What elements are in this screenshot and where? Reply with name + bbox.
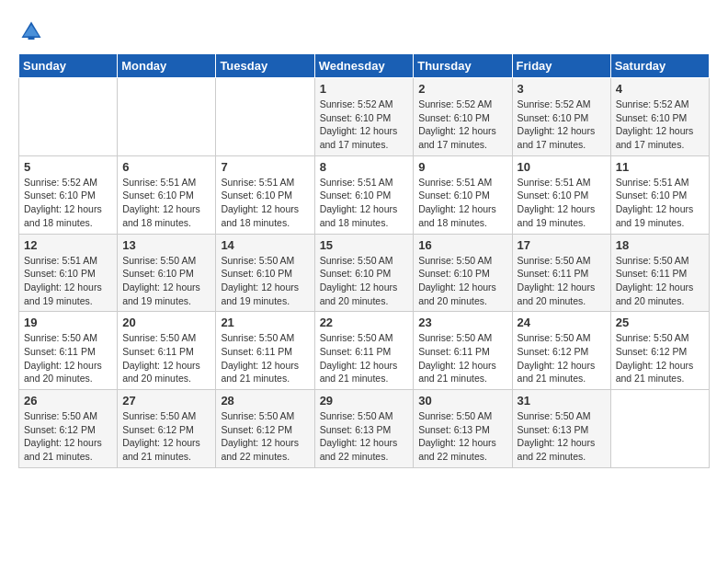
day-number: 30 bbox=[418, 394, 506, 408]
day-info: Sunrise: 5:50 AMSunset: 6:11 PMDaylight:… bbox=[518, 254, 606, 308]
calendar-cell: 4Sunrise: 5:52 AMSunset: 6:10 PMDaylight… bbox=[610, 78, 709, 156]
day-info: Sunrise: 5:52 AMSunset: 6:10 PMDaylight:… bbox=[418, 98, 506, 152]
day-number: 19 bbox=[24, 316, 112, 329]
day-info: Sunrise: 5:50 AMSunset: 6:10 PMDaylight:… bbox=[221, 254, 309, 308]
calendar-cell: 6Sunrise: 5:51 AMSunset: 6:10 PMDaylight… bbox=[118, 155, 216, 234]
day-number: 4 bbox=[616, 82, 704, 96]
day-number: 20 bbox=[122, 316, 210, 329]
day-info: Sunrise: 5:52 AMSunset: 6:10 PMDaylight:… bbox=[320, 98, 409, 152]
day-number: 3 bbox=[518, 82, 606, 96]
logo-icon bbox=[18, 18, 44, 44]
day-number: 14 bbox=[221, 238, 309, 252]
day-number: 25 bbox=[616, 316, 704, 329]
day-info: Sunrise: 5:51 AMSunset: 6:10 PMDaylight:… bbox=[122, 176, 210, 230]
day-number: 22 bbox=[320, 316, 409, 329]
day-number: 15 bbox=[320, 238, 409, 252]
day-number: 18 bbox=[616, 238, 704, 252]
calendar-cell: 22Sunrise: 5:50 AMSunset: 6:11 PMDayligh… bbox=[314, 312, 414, 390]
calendar-cell: 11Sunrise: 5:51 AMSunset: 6:10 PMDayligh… bbox=[610, 155, 709, 234]
calendar-cell: 27Sunrise: 5:50 AMSunset: 6:12 PMDayligh… bbox=[118, 390, 216, 468]
day-number: 16 bbox=[418, 238, 506, 252]
calendar-cell: 1Sunrise: 5:52 AMSunset: 6:10 PMDaylight… bbox=[314, 78, 414, 156]
calendar-week-row: 1Sunrise: 5:52 AMSunset: 6:10 PMDaylight… bbox=[19, 78, 710, 156]
day-number: 28 bbox=[221, 394, 309, 408]
day-number: 29 bbox=[320, 394, 409, 408]
day-info: Sunrise: 5:51 AMSunset: 6:10 PMDaylight:… bbox=[616, 176, 704, 230]
calendar-cell: 8Sunrise: 5:51 AMSunset: 6:10 PMDaylight… bbox=[314, 155, 414, 234]
calendar-cell: 25Sunrise: 5:50 AMSunset: 6:12 PMDayligh… bbox=[610, 312, 709, 390]
calendar-cell bbox=[216, 78, 314, 156]
day-number: 24 bbox=[518, 316, 606, 329]
day-info: Sunrise: 5:50 AMSunset: 6:11 PMDaylight:… bbox=[616, 254, 704, 308]
day-number: 9 bbox=[418, 160, 506, 174]
calendar-cell: 16Sunrise: 5:50 AMSunset: 6:10 PMDayligh… bbox=[414, 234, 512, 312]
day-info: Sunrise: 5:50 AMSunset: 6:10 PMDaylight:… bbox=[122, 254, 210, 308]
calendar-cell: 15Sunrise: 5:50 AMSunset: 6:10 PMDayligh… bbox=[314, 234, 414, 312]
calendar-cell: 24Sunrise: 5:50 AMSunset: 6:12 PMDayligh… bbox=[512, 312, 610, 390]
day-info: Sunrise: 5:52 AMSunset: 6:10 PMDaylight:… bbox=[24, 176, 112, 230]
calendar-cell: 19Sunrise: 5:50 AMSunset: 6:11 PMDayligh… bbox=[19, 312, 118, 390]
day-info: Sunrise: 5:51 AMSunset: 6:10 PMDaylight:… bbox=[320, 176, 409, 230]
calendar-cell: 26Sunrise: 5:50 AMSunset: 6:12 PMDayligh… bbox=[19, 390, 118, 468]
day-number: 31 bbox=[518, 394, 606, 408]
day-number: 8 bbox=[320, 160, 409, 174]
day-info: Sunrise: 5:50 AMSunset: 6:12 PMDaylight:… bbox=[221, 409, 309, 464]
calendar-cell: 29Sunrise: 5:50 AMSunset: 6:13 PMDayligh… bbox=[314, 390, 414, 468]
column-header-tuesday: Tuesday bbox=[216, 54, 314, 78]
day-info: Sunrise: 5:50 AMSunset: 6:13 PMDaylight:… bbox=[518, 409, 606, 464]
day-info: Sunrise: 5:50 AMSunset: 6:11 PMDaylight:… bbox=[122, 331, 210, 385]
calendar-cell bbox=[118, 78, 216, 156]
calendar-table: SundayMondayTuesdayWednesdayThursdayFrid… bbox=[18, 53, 710, 468]
day-number: 26 bbox=[24, 394, 112, 408]
column-header-saturday: Saturday bbox=[610, 54, 709, 78]
day-info: Sunrise: 5:51 AMSunset: 6:10 PMDaylight:… bbox=[418, 176, 506, 230]
logo bbox=[18, 18, 48, 44]
day-info: Sunrise: 5:50 AMSunset: 6:11 PMDaylight:… bbox=[320, 331, 409, 385]
calendar-cell: 21Sunrise: 5:50 AMSunset: 6:11 PMDayligh… bbox=[216, 312, 314, 390]
calendar-cell: 23Sunrise: 5:50 AMSunset: 6:11 PMDayligh… bbox=[414, 312, 512, 390]
calendar-week-row: 26Sunrise: 5:50 AMSunset: 6:12 PMDayligh… bbox=[19, 390, 710, 468]
day-number: 11 bbox=[616, 160, 704, 174]
day-number: 21 bbox=[221, 316, 309, 329]
day-number: 13 bbox=[122, 238, 210, 252]
day-number: 12 bbox=[24, 238, 112, 252]
day-info: Sunrise: 5:50 AMSunset: 6:11 PMDaylight:… bbox=[418, 331, 506, 385]
calendar-week-row: 19Sunrise: 5:50 AMSunset: 6:11 PMDayligh… bbox=[19, 312, 710, 390]
day-number: 1 bbox=[320, 82, 409, 96]
calendar-cell: 20Sunrise: 5:50 AMSunset: 6:11 PMDayligh… bbox=[118, 312, 216, 390]
calendar-week-row: 5Sunrise: 5:52 AMSunset: 6:10 PMDaylight… bbox=[19, 155, 710, 234]
day-number: 2 bbox=[418, 82, 506, 96]
day-info: Sunrise: 5:50 AMSunset: 6:10 PMDaylight:… bbox=[418, 254, 506, 308]
day-number: 23 bbox=[418, 316, 506, 329]
day-info: Sunrise: 5:50 AMSunset: 6:13 PMDaylight:… bbox=[418, 409, 506, 464]
calendar-cell: 2Sunrise: 5:52 AMSunset: 6:10 PMDaylight… bbox=[414, 78, 512, 156]
calendar-cell: 3Sunrise: 5:52 AMSunset: 6:10 PMDaylight… bbox=[512, 78, 610, 156]
day-info: Sunrise: 5:51 AMSunset: 6:10 PMDaylight:… bbox=[24, 254, 112, 308]
calendar-cell: 28Sunrise: 5:50 AMSunset: 6:12 PMDayligh… bbox=[216, 390, 314, 468]
calendar-header-row: SundayMondayTuesdayWednesdayThursdayFrid… bbox=[19, 54, 710, 78]
day-info: Sunrise: 5:50 AMSunset: 6:12 PMDaylight:… bbox=[616, 331, 704, 385]
calendar-cell: 9Sunrise: 5:51 AMSunset: 6:10 PMDaylight… bbox=[414, 155, 512, 234]
day-number: 27 bbox=[122, 394, 210, 408]
calendar-week-row: 12Sunrise: 5:51 AMSunset: 6:10 PMDayligh… bbox=[19, 234, 710, 312]
svg-rect-2 bbox=[28, 37, 35, 40]
day-info: Sunrise: 5:50 AMSunset: 6:10 PMDaylight:… bbox=[320, 254, 409, 308]
day-info: Sunrise: 5:51 AMSunset: 6:10 PMDaylight:… bbox=[518, 176, 606, 230]
calendar-cell: 18Sunrise: 5:50 AMSunset: 6:11 PMDayligh… bbox=[610, 234, 709, 312]
column-header-thursday: Thursday bbox=[414, 54, 512, 78]
day-info: Sunrise: 5:50 AMSunset: 6:11 PMDaylight:… bbox=[24, 331, 112, 385]
column-header-sunday: Sunday bbox=[19, 54, 118, 78]
calendar-cell: 10Sunrise: 5:51 AMSunset: 6:10 PMDayligh… bbox=[512, 155, 610, 234]
day-info: Sunrise: 5:52 AMSunset: 6:10 PMDaylight:… bbox=[616, 98, 704, 152]
day-info: Sunrise: 5:50 AMSunset: 6:11 PMDaylight:… bbox=[221, 331, 309, 385]
calendar-cell: 7Sunrise: 5:51 AMSunset: 6:10 PMDaylight… bbox=[216, 155, 314, 234]
column-header-wednesday: Wednesday bbox=[314, 54, 414, 78]
day-info: Sunrise: 5:50 AMSunset: 6:12 PMDaylight:… bbox=[518, 331, 606, 385]
column-header-friday: Friday bbox=[512, 54, 610, 78]
day-number: 5 bbox=[24, 160, 112, 174]
day-number: 6 bbox=[122, 160, 210, 174]
calendar-cell bbox=[19, 78, 118, 156]
calendar-cell: 30Sunrise: 5:50 AMSunset: 6:13 PMDayligh… bbox=[414, 390, 512, 468]
calendar-cell: 13Sunrise: 5:50 AMSunset: 6:10 PMDayligh… bbox=[118, 234, 216, 312]
day-number: 10 bbox=[518, 160, 606, 174]
